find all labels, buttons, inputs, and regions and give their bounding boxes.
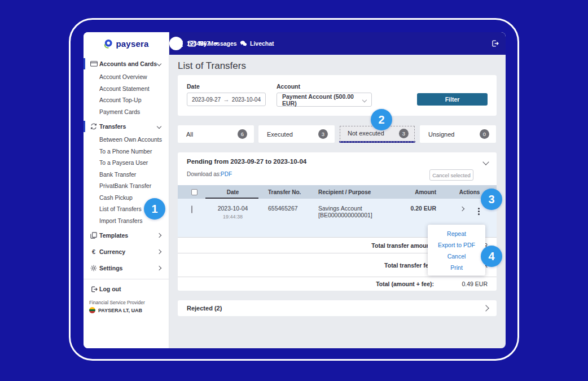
livechat-button[interactable]: Livechat <box>240 40 274 47</box>
account-select-value: Payment Account (500.00 EUR) <box>282 93 363 107</box>
row-recipient-name: Savings Account <box>318 205 372 212</box>
sidebar-item-account-statement[interactable]: Account Statement <box>84 83 169 95</box>
app-window: My Messages Livechat 1234567 paysera A <box>84 32 506 348</box>
tab-executed[interactable]: Executed3 <box>258 125 335 143</box>
logout-icon[interactable] <box>491 40 499 47</box>
column-recipient[interactable]: Recipient / Purpose <box>318 185 371 199</box>
date-label: Date <box>187 83 200 90</box>
account-label: Account <box>277 83 300 90</box>
chevron-right-icon <box>157 266 161 270</box>
chevron-down-icon <box>157 124 161 129</box>
tab-unsigned[interactable]: Unsigned0 <box>420 125 496 143</box>
paysera-logo-text: paysera <box>116 39 148 49</box>
menu-item-export-to-pdf[interactable]: Export to PDF <box>428 239 485 251</box>
date-from-value: 2023-09-27 <box>192 97 221 103</box>
sidebar-item-to-a-paysera-user[interactable]: To a Paysera User <box>84 157 169 169</box>
step-badge-1: 1 <box>144 198 165 220</box>
table-header: Date Transfer No. Recipient / Purpose Am… <box>178 185 497 199</box>
templates-icon <box>90 231 98 239</box>
menu-item-repeat[interactable]: Repeat <box>428 228 485 239</box>
menu-item-cancel[interactable]: Cancel <box>428 251 485 262</box>
rejected-section[interactable]: Rejected (2) <box>178 300 497 316</box>
sidebar-item-account-overview[interactable]: Account Overview <box>84 71 169 83</box>
totals-row-total-amount-fee: Total (amount + fee):0.49 EUR <box>178 277 497 291</box>
sidebar-item-to-a-phone-number[interactable]: To a Phone Number <box>84 146 169 157</box>
menu-item-print[interactable]: Print <box>428 262 485 273</box>
sidebar-nav: Accounts and CardsAccount OverviewAccoun… <box>84 56 169 275</box>
row-transfer-no: 655465267 <box>268 205 298 212</box>
filter-panel: Date 2023-09-27 → 2023-10-04 Account Pay… <box>178 75 497 116</box>
row-amount: 0.20 EUR <box>376 205 436 212</box>
logout-icon <box>90 285 98 293</box>
topbar: My Messages Livechat 1234567 <box>169 32 506 55</box>
date-to-value: 2023-10-04 <box>232 97 261 103</box>
envelope-icon <box>188 41 196 47</box>
column-transfer-no[interactable]: Transfer No. <box>268 185 301 199</box>
select-all-checkbox[interactable] <box>191 189 198 195</box>
tab-count-badge: 3 <box>318 129 328 139</box>
my-messages-label: My Messages <box>199 40 237 47</box>
step-badge-2: 2 <box>371 109 392 130</box>
column-amount[interactable]: Amount <box>376 185 436 199</box>
filter-button[interactable]: Filter <box>417 93 488 106</box>
page-title: List of Transfers <box>178 60 246 72</box>
my-messages-button[interactable]: My Messages <box>188 40 237 47</box>
sidebar-divider <box>84 279 169 279</box>
row-actions-kebab-icon[interactable] <box>476 205 482 217</box>
sidebar-section-settings[interactable]: Settings <box>84 261 169 275</box>
livechat-label: Livechat <box>250 40 274 47</box>
sidebar: paysera Accounts and CardsAccount Overvi… <box>84 32 169 348</box>
provider-name: PAYSERA LT, UAB <box>98 308 142 313</box>
step-badge-4: 4 <box>481 246 502 267</box>
tab-count-badge: 0 <box>480 129 489 139</box>
row-open-chevron-icon[interactable] <box>460 207 464 211</box>
logout-label: Log out <box>99 286 121 292</box>
date-range-input[interactable]: 2023-09-27 → 2023-10-04 <box>187 93 266 106</box>
active-section-indicator <box>84 121 85 132</box>
sidebar-item-payment-cards[interactable]: Payment Cards <box>84 106 169 118</box>
lithuania-flag-icon <box>89 307 95 313</box>
column-date[interactable]: Date <box>212 185 254 199</box>
chevron-right-icon <box>157 233 161 238</box>
cancel-selected-button[interactable]: Cancel selected <box>429 169 473 181</box>
chevron-down-icon <box>362 97 367 102</box>
download-pdf-link[interactable]: PDF <box>221 171 232 177</box>
sidebar-item-privatbank-transfer[interactable]: PrivatBank Transfer <box>84 180 169 192</box>
settings-icon <box>90 264 98 272</box>
active-section-indicator <box>84 58 85 69</box>
sidebar-section-currency[interactable]: €Currency <box>84 244 169 259</box>
actions-dropdown-menu: RepeatExport to PDFCancelPrint <box>428 225 485 275</box>
provider-label: Financial Service Provider <box>89 300 169 305</box>
row-checkbox[interactable] <box>191 205 192 213</box>
tab-count-badge: 3 <box>399 129 409 138</box>
step-badge-3: 3 <box>481 189 502 210</box>
sidebar-section-transfers[interactable]: Transfers <box>84 119 169 134</box>
chevron-down-icon <box>157 62 161 66</box>
tab-all[interactable]: All6 <box>178 125 254 143</box>
sidebar-section-templates[interactable]: Templates <box>84 228 169 243</box>
tab-count-badge: 6 <box>238 129 247 139</box>
currency-icon: € <box>90 248 98 256</box>
column-actions: Actions <box>457 185 482 199</box>
sidebar-item-account-top-up[interactable]: Account Top-Up <box>84 94 169 106</box>
expand-chevron-icon <box>482 305 489 311</box>
pending-title: Pending from 2023-09-27 to 2023-10-04 <box>187 158 306 165</box>
download-as-label: Download as: <box>187 171 221 177</box>
chat-icon <box>240 40 247 47</box>
hamburger-menu-icon[interactable] <box>175 39 183 48</box>
sidebar-section-accounts-and-cards[interactable]: Accounts and Cards <box>84 56 169 71</box>
row-recipient-iban: [BE0000000000001] <box>318 212 372 218</box>
chevron-right-icon <box>157 249 161 254</box>
transfer-icon <box>90 122 98 130</box>
sidebar-footer: Financial Service Provider PAYSERA LT, U… <box>84 296 169 313</box>
card-icon <box>90 60 98 68</box>
account-select[interactable]: Payment Account (500.00 EUR) <box>277 93 372 107</box>
sidebar-item-between-own-accounts[interactable]: Between Own Accounts <box>84 134 169 146</box>
sidebar-logout[interactable]: Log out <box>84 282 169 296</box>
rejected-label: Rejected (2) <box>187 305 222 312</box>
paysera-logo-icon <box>103 39 113 49</box>
sidebar-item-bank-transfer[interactable]: Bank Transfer <box>84 169 169 181</box>
paysera-logo[interactable]: paysera <box>84 32 169 55</box>
collapse-chevron-icon[interactable] <box>482 159 489 165</box>
row-date: 2023-10-04 <box>212 205 254 212</box>
